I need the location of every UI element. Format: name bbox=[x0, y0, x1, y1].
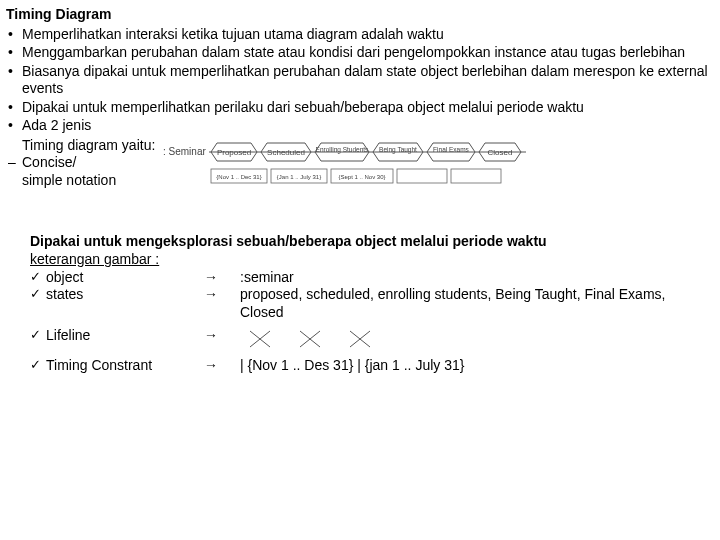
diagram-timeboxes: {Nov 1 .. Dec 31} {Jan 1 .. July 31} {Se… bbox=[211, 169, 501, 183]
legend-object-label: object bbox=[30, 269, 200, 287]
legend-lifeline-label: Lifeline bbox=[30, 327, 200, 351]
svg-rect-19 bbox=[397, 169, 447, 183]
bullet-item: Dipakai untuk memperlihatkan perilaku da… bbox=[6, 99, 710, 117]
bullet-item: Memperlihatkan interaksi ketika tujuan u… bbox=[6, 26, 710, 44]
svg-text:Enrolling Students: Enrolling Students bbox=[316, 146, 370, 154]
legend-states-value: proposed, scheduled, enrolling students,… bbox=[240, 286, 710, 321]
slide-title: Timing Diagram bbox=[6, 6, 710, 24]
arrow-icon: → bbox=[204, 357, 236, 375]
bullet-item: Biasanya dipakai untuk memperlihatkan pe… bbox=[6, 63, 710, 98]
arrow-icon: → bbox=[204, 269, 236, 287]
legend-states-label: states bbox=[30, 286, 200, 321]
bullet-item: Menggambarkan perubahan dalam state atau… bbox=[6, 44, 710, 62]
sub-section: Timing diagram yaitu: Concise/ simple no… bbox=[6, 137, 155, 190]
concise-text-1: Concise/ bbox=[22, 154, 76, 170]
diagram-object-label: : Seminar bbox=[163, 146, 206, 157]
svg-text:Being Taught: Being Taught bbox=[379, 146, 417, 154]
bottom-caption: Dipakai untuk mengeksplorasi sebuah/bebe… bbox=[30, 233, 710, 251]
legend-constraint-label: Timing Constrant bbox=[30, 357, 200, 375]
arrow-icon: → bbox=[204, 286, 236, 321]
concise-text-2: simple notation bbox=[22, 172, 116, 188]
concise-line: Concise/ simple notation bbox=[6, 154, 155, 189]
timing-diagram-figure: : Seminar Proposed Scheduled Enrol bbox=[155, 137, 710, 197]
bottom-section: Dipakai untuk mengeksplorasi sebuah/bebe… bbox=[6, 233, 710, 375]
sub-line: Timing diagram yaitu: bbox=[6, 137, 155, 155]
slide: Timing Diagram Memperlihatkan interaksi … bbox=[0, 0, 720, 375]
svg-text:{Jan 1 .. July 31}: {Jan 1 .. July 31} bbox=[277, 174, 321, 180]
bullet-item: Ada 2 jenis bbox=[6, 117, 710, 135]
legend-title: keterangan gambar : bbox=[30, 251, 710, 269]
svg-text:Proposed: Proposed bbox=[217, 148, 251, 157]
legend-grid: object → :seminar states → proposed, sch… bbox=[30, 269, 710, 375]
svg-text:Closed: Closed bbox=[488, 148, 513, 157]
bullet-list: Memperlihatkan interaksi ketika tujuan u… bbox=[6, 26, 710, 135]
svg-text:Final Exams: Final Exams bbox=[433, 146, 470, 153]
svg-text:{Nov 1 .. Dec 31}: {Nov 1 .. Dec 31} bbox=[217, 174, 262, 180]
svg-text:{Sept 1 .. Nov 30}: {Sept 1 .. Nov 30} bbox=[339, 174, 386, 180]
diagram-states: Proposed Scheduled Enrolling Students Be… bbox=[211, 143, 521, 161]
legend-constraint-value: | {Nov 1 .. Des 31} | {jan 1 .. July 31} bbox=[240, 357, 710, 375]
legend-object-value: :seminar bbox=[240, 269, 710, 287]
svg-text:Scheduled: Scheduled bbox=[267, 148, 305, 157]
arrow-icon: → bbox=[204, 327, 236, 351]
svg-rect-20 bbox=[451, 169, 501, 183]
lifeline-icon bbox=[240, 327, 400, 351]
legend-lifeline-value bbox=[240, 327, 710, 351]
